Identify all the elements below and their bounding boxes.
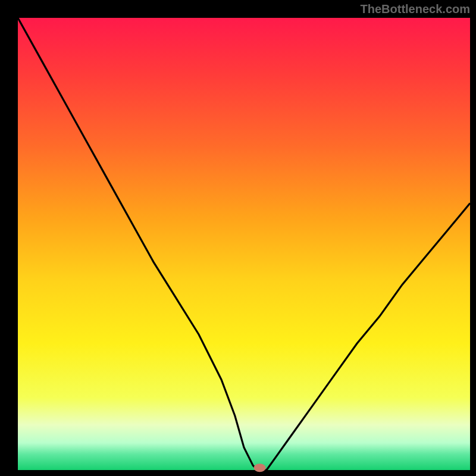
bottleneck-chart: [0, 0, 476, 476]
chart-svg: [0, 0, 476, 476]
watermark-text: TheBottleneck.com: [361, 2, 470, 16]
optimal-point-marker: [254, 464, 266, 472]
plot-background: [18, 18, 470, 470]
